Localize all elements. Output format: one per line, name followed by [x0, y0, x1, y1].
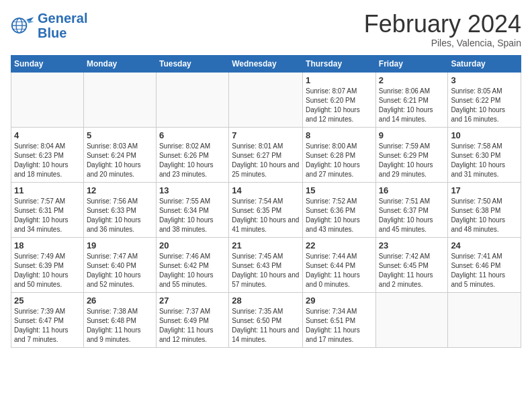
day-info: Sunrise: 7:44 AM Sunset: 6:44 PM Dayligh…	[306, 252, 373, 289]
logo-text: General Blue	[38, 11, 87, 40]
calendar-cell: 1Sunrise: 8:07 AM Sunset: 6:20 PM Daylig…	[303, 72, 376, 127]
day-info: Sunrise: 8:05 AM Sunset: 6:22 PM Dayligh…	[451, 87, 518, 124]
calendar-week-row: 18Sunrise: 7:49 AM Sunset: 6:39 PM Dayli…	[11, 237, 521, 292]
day-number: 23	[379, 240, 445, 250]
day-info: Sunrise: 8:04 AM Sunset: 6:23 PM Dayligh…	[14, 142, 81, 179]
day-info: Sunrise: 8:07 AM Sunset: 6:20 PM Dayligh…	[306, 87, 373, 124]
calendar-week-row: 11Sunrise: 7:57 AM Sunset: 6:31 PM Dayli…	[11, 182, 521, 237]
day-number: 1	[306, 75, 373, 85]
page: General Blue February 2024 Piles, Valenc…	[0, 0, 532, 411]
day-info: Sunrise: 7:58 AM Sunset: 6:30 PM Dayligh…	[451, 142, 518, 179]
header-friday: Friday	[375, 55, 448, 72]
logo: General Blue	[11, 11, 87, 40]
calendar-cell: 25Sunrise: 7:39 AM Sunset: 6:47 PM Dayli…	[11, 292, 84, 347]
calendar-cell: 3Sunrise: 8:05 AM Sunset: 6:22 PM Daylig…	[448, 72, 521, 127]
header-saturday: Saturday	[448, 55, 521, 72]
header-monday: Monday	[83, 55, 156, 72]
calendar-cell: 10Sunrise: 7:58 AM Sunset: 6:30 PM Dayli…	[448, 127, 521, 182]
day-number: 20	[159, 240, 226, 250]
calendar-week-row: 4Sunrise: 8:04 AM Sunset: 6:23 PM Daylig…	[11, 127, 521, 182]
day-number: 25	[14, 295, 81, 306]
header-row: SundayMondayTuesdayWednesdayThursdayFrid…	[11, 55, 521, 72]
calendar-cell: 16Sunrise: 7:51 AM Sunset: 6:37 PM Dayli…	[375, 182, 448, 237]
day-info: Sunrise: 7:38 AM Sunset: 6:48 PM Dayligh…	[87, 307, 153, 345]
day-number: 18	[14, 240, 81, 250]
day-info: Sunrise: 7:41 AM Sunset: 6:46 PM Dayligh…	[451, 252, 518, 289]
day-info: Sunrise: 7:50 AM Sunset: 6:38 PM Dayligh…	[451, 197, 518, 234]
day-number: 21	[232, 240, 300, 250]
calendar-cell: 26Sunrise: 7:38 AM Sunset: 6:48 PM Dayli…	[83, 292, 156, 347]
day-number: 27	[159, 295, 226, 306]
day-number: 14	[232, 185, 300, 195]
day-info: Sunrise: 7:37 AM Sunset: 6:49 PM Dayligh…	[159, 307, 226, 345]
main-title: February 2024	[364, 11, 521, 38]
day-number: 19	[87, 240, 153, 250]
day-info: Sunrise: 7:35 AM Sunset: 6:50 PM Dayligh…	[232, 307, 300, 345]
day-info: Sunrise: 8:02 AM Sunset: 6:26 PM Dayligh…	[159, 142, 226, 179]
calendar-cell	[229, 72, 303, 127]
day-info: Sunrise: 8:03 AM Sunset: 6:24 PM Dayligh…	[87, 142, 153, 179]
calendar-cell: 11Sunrise: 7:57 AM Sunset: 6:31 PM Dayli…	[11, 182, 84, 237]
day-info: Sunrise: 7:57 AM Sunset: 6:31 PM Dayligh…	[14, 197, 81, 234]
day-number: 17	[451, 185, 518, 195]
calendar-cell: 24Sunrise: 7:41 AM Sunset: 6:46 PM Dayli…	[448, 237, 521, 292]
calendar-cell: 14Sunrise: 7:54 AM Sunset: 6:35 PM Dayli…	[229, 182, 303, 237]
calendar-week-row: 25Sunrise: 7:39 AM Sunset: 6:47 PM Dayli…	[11, 292, 521, 347]
calendar-cell: 28Sunrise: 7:35 AM Sunset: 6:50 PM Dayli…	[229, 292, 303, 347]
calendar-cell: 19Sunrise: 7:47 AM Sunset: 6:40 PM Dayli…	[83, 237, 156, 292]
day-number: 13	[159, 185, 226, 195]
day-info: Sunrise: 8:00 AM Sunset: 6:28 PM Dayligh…	[306, 142, 373, 179]
calendar-cell: 21Sunrise: 7:45 AM Sunset: 6:43 PM Dayli…	[229, 237, 303, 292]
logo-icon	[11, 13, 35, 38]
header: General Blue February 2024 Piles, Valenc…	[11, 11, 521, 48]
day-number: 24	[451, 240, 518, 250]
calendar-table: SundayMondayTuesdayWednesdayThursdayFrid…	[11, 55, 521, 348]
day-info: Sunrise: 7:39 AM Sunset: 6:47 PM Dayligh…	[14, 307, 81, 345]
day-info: Sunrise: 7:59 AM Sunset: 6:29 PM Dayligh…	[379, 142, 445, 179]
day-info: Sunrise: 8:01 AM Sunset: 6:27 PM Dayligh…	[232, 142, 300, 179]
calendar-cell: 29Sunrise: 7:34 AM Sunset: 6:51 PM Dayli…	[303, 292, 376, 347]
day-number: 11	[14, 185, 81, 195]
day-info: Sunrise: 7:49 AM Sunset: 6:39 PM Dayligh…	[14, 252, 81, 289]
calendar-cell	[11, 72, 84, 127]
calendar-cell: 9Sunrise: 7:59 AM Sunset: 6:29 PM Daylig…	[375, 127, 448, 182]
calendar-cell: 13Sunrise: 7:55 AM Sunset: 6:34 PM Dayli…	[156, 182, 228, 237]
calendar-cell: 23Sunrise: 7:42 AM Sunset: 6:45 PM Dayli…	[375, 237, 448, 292]
calendar-cell: 7Sunrise: 8:01 AM Sunset: 6:27 PM Daylig…	[229, 127, 303, 182]
calendar-cell	[156, 72, 228, 127]
day-number: 10	[451, 130, 518, 140]
calendar-cell: 12Sunrise: 7:56 AM Sunset: 6:33 PM Dayli…	[83, 182, 156, 237]
calendar-cell: 27Sunrise: 7:37 AM Sunset: 6:49 PM Dayli…	[156, 292, 228, 347]
day-info: Sunrise: 8:06 AM Sunset: 6:21 PM Dayligh…	[379, 87, 445, 124]
day-info: Sunrise: 7:46 AM Sunset: 6:42 PM Dayligh…	[159, 252, 226, 289]
calendar-cell: 22Sunrise: 7:44 AM Sunset: 6:44 PM Dayli…	[303, 237, 376, 292]
subtitle: Piles, Valencia, Spain	[364, 38, 521, 48]
day-info: Sunrise: 7:52 AM Sunset: 6:36 PM Dayligh…	[306, 197, 373, 234]
day-number: 22	[306, 240, 373, 250]
calendar-cell: 2Sunrise: 8:06 AM Sunset: 6:21 PM Daylig…	[375, 72, 448, 127]
calendar-cell: 20Sunrise: 7:46 AM Sunset: 6:42 PM Dayli…	[156, 237, 228, 292]
day-info: Sunrise: 7:34 AM Sunset: 6:51 PM Dayligh…	[306, 307, 373, 345]
header-wednesday: Wednesday	[229, 55, 303, 72]
day-number: 3	[451, 75, 518, 85]
calendar-cell: 15Sunrise: 7:52 AM Sunset: 6:36 PM Dayli…	[303, 182, 376, 237]
day-number: 15	[306, 185, 373, 195]
calendar-cell	[83, 72, 156, 127]
calendar-cell: 4Sunrise: 8:04 AM Sunset: 6:23 PM Daylig…	[11, 127, 84, 182]
day-number: 5	[87, 130, 153, 140]
day-number: 16	[379, 185, 445, 195]
day-info: Sunrise: 7:56 AM Sunset: 6:33 PM Dayligh…	[87, 197, 153, 234]
header-thursday: Thursday	[303, 55, 376, 72]
day-number: 12	[87, 185, 153, 195]
day-number: 9	[379, 130, 445, 140]
calendar-cell: 17Sunrise: 7:50 AM Sunset: 6:38 PM Dayli…	[448, 182, 521, 237]
calendar-cell	[375, 292, 448, 347]
day-info: Sunrise: 7:54 AM Sunset: 6:35 PM Dayligh…	[232, 197, 300, 234]
calendar-cell: 18Sunrise: 7:49 AM Sunset: 6:39 PM Dayli…	[11, 237, 84, 292]
day-number: 29	[306, 295, 373, 306]
calendar-cell: 6Sunrise: 8:02 AM Sunset: 6:26 PM Daylig…	[156, 127, 228, 182]
day-number: 28	[232, 295, 300, 306]
calendar-cell: 8Sunrise: 8:00 AM Sunset: 6:28 PM Daylig…	[303, 127, 376, 182]
calendar-week-row: 1Sunrise: 8:07 AM Sunset: 6:20 PM Daylig…	[11, 72, 521, 127]
header-sunday: Sunday	[11, 55, 84, 72]
